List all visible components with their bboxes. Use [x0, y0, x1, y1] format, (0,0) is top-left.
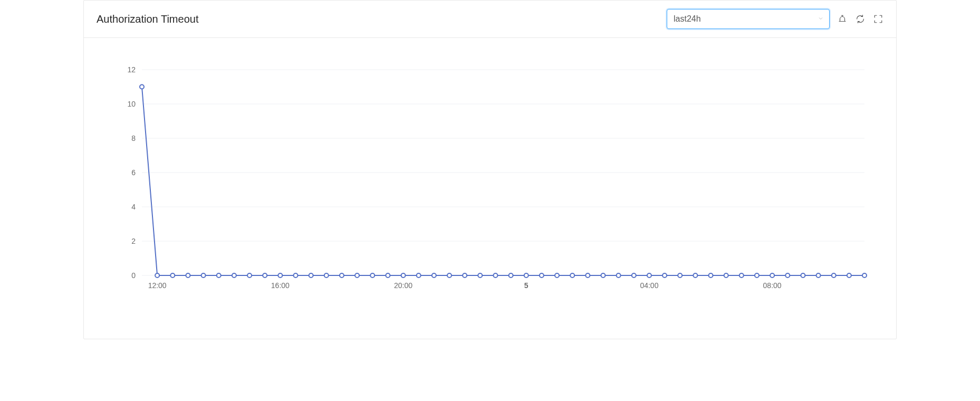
svg-point-60	[709, 273, 713, 278]
svg-point-42	[432, 273, 436, 278]
svg-point-46	[493, 273, 497, 278]
svg-point-47	[509, 273, 513, 278]
svg-point-24	[155, 273, 159, 278]
svg-text:2: 2	[131, 237, 136, 245]
bell-icon[interactable]	[837, 14, 848, 24]
svg-point-52	[585, 273, 590, 278]
svg-text:5: 5	[524, 281, 529, 290]
svg-point-67	[816, 273, 821, 278]
svg-text:0: 0	[131, 271, 136, 280]
svg-text:04:00: 04:00	[640, 281, 658, 290]
chart-card: Authorization Timeout last24h	[83, 0, 897, 339]
svg-point-64	[770, 273, 774, 278]
svg-point-50	[555, 273, 559, 278]
svg-point-33	[293, 273, 297, 278]
svg-point-38	[370, 273, 374, 278]
svg-point-41	[417, 273, 421, 278]
svg-point-54	[617, 273, 621, 278]
svg-point-62	[739, 273, 744, 278]
svg-point-25	[170, 273, 175, 278]
svg-point-37	[355, 273, 359, 278]
svg-point-61	[724, 273, 728, 278]
svg-point-30	[247, 273, 252, 278]
header-controls: last24h	[667, 9, 883, 29]
svg-point-40	[401, 273, 406, 278]
svg-point-55	[632, 273, 636, 278]
svg-point-69	[847, 273, 851, 278]
page-title: Authorization Timeout	[97, 13, 198, 25]
svg-point-43	[447, 273, 451, 278]
card-header: Authorization Timeout last24h	[84, 1, 896, 38]
svg-text:10: 10	[127, 100, 136, 108]
svg-point-57	[662, 273, 667, 278]
refresh-icon[interactable]	[855, 14, 866, 24]
svg-text:8: 8	[131, 134, 136, 142]
svg-point-59	[693, 273, 697, 278]
svg-point-34	[309, 273, 313, 278]
svg-point-68	[832, 273, 836, 278]
svg-text:08:00: 08:00	[763, 281, 782, 290]
svg-point-28	[217, 273, 221, 278]
svg-point-48	[524, 273, 529, 278]
svg-point-53	[601, 273, 605, 278]
svg-point-58	[678, 273, 682, 278]
svg-text:12: 12	[127, 65, 136, 74]
fullscreen-icon[interactable]	[873, 14, 883, 24]
svg-point-51	[570, 273, 574, 278]
chart-area: 02468101212:0016:0020:00504:0008:00	[84, 38, 896, 339]
svg-point-31	[263, 273, 267, 278]
svg-point-56	[647, 273, 651, 278]
svg-text:6: 6	[131, 168, 136, 177]
line-chart[interactable]: 02468101212:0016:0020:00504:0008:00	[105, 64, 875, 297]
svg-point-27	[201, 273, 206, 278]
svg-text:4: 4	[131, 203, 136, 211]
svg-point-32	[278, 273, 282, 278]
time-range-value: last24h	[674, 14, 701, 24]
svg-point-36	[340, 273, 344, 278]
svg-point-44	[463, 273, 467, 278]
svg-text:12:00: 12:00	[148, 281, 167, 290]
svg-point-35	[324, 273, 329, 278]
svg-point-70	[862, 273, 867, 278]
svg-point-29	[232, 273, 236, 278]
svg-point-65	[785, 273, 790, 278]
svg-text:20:00: 20:00	[394, 281, 412, 290]
svg-point-45	[478, 273, 482, 278]
svg-point-39	[386, 273, 390, 278]
time-range-select[interactable]: last24h	[667, 9, 830, 29]
svg-point-49	[540, 273, 544, 278]
svg-point-26	[186, 273, 190, 278]
svg-point-66	[801, 273, 805, 278]
svg-point-63	[755, 273, 759, 278]
chevron-down-icon	[818, 14, 824, 24]
svg-text:16:00: 16:00	[271, 281, 290, 290]
svg-point-23	[140, 85, 144, 89]
